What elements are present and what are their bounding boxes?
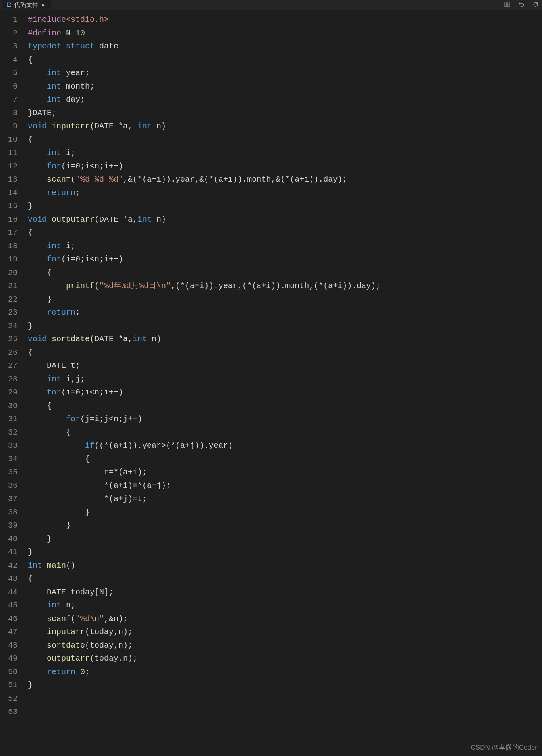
token: <stdio.h> — [66, 13, 109, 27]
code-line[interactable]: { — [28, 133, 542, 147]
code-editor[interactable]: 1234567891011121314151617181920212223242… — [0, 13, 542, 719]
code-line[interactable]: int main() — [28, 559, 542, 572]
code-line[interactable]: for(i=0;i<n;i++) — [28, 160, 542, 173]
code-line[interactable]: { — [28, 346, 542, 360]
token: month; — [61, 80, 95, 93]
code-line[interactable]: int i; — [28, 146, 542, 160]
code-line[interactable]: int i; — [28, 240, 542, 253]
token — [28, 439, 85, 452]
code-line[interactable]: { — [28, 226, 542, 240]
code-line[interactable]: } — [28, 319, 542, 333]
code-line[interactable]: DATE t; — [28, 359, 542, 373]
code-line[interactable]: scanf("%d %d %d",&(*(a+i)).year,&(*(a+i)… — [28, 173, 542, 186]
line-number: 36 — [0, 479, 17, 493]
code-line[interactable]: outputarr(today,n); — [28, 652, 542, 665]
code-line[interactable]: if((*(a+i)).year>(*(a+j)).year) — [28, 439, 542, 452]
code-line[interactable]: for(i=0;i<n;i++) — [28, 386, 542, 399]
line-number: 14 — [0, 186, 17, 200]
token: n) — [152, 120, 166, 133]
code-line[interactable]: sortdate(today,n); — [28, 639, 542, 652]
token: { — [28, 572, 33, 586]
token: } — [28, 319, 33, 333]
token: \n — [90, 612, 99, 626]
token: DATE t; — [28, 359, 80, 373]
token: inputarr — [47, 625, 85, 639]
token: #include — [28, 13, 66, 27]
code-area[interactable]: #include<stdio.h>#define N 10typedef str… — [28, 13, 542, 719]
token — [28, 599, 47, 612]
code-line[interactable]: scanf("%d\n",&n); — [28, 612, 542, 626]
line-number: 22 — [0, 293, 17, 306]
code-line[interactable]: } — [28, 532, 542, 546]
code-line[interactable]: } — [28, 519, 542, 532]
code-line[interactable]: } — [28, 199, 542, 213]
token: DATE today[N]; — [28, 586, 114, 599]
code-line[interactable]: #include<stdio.h> — [28, 13, 542, 27]
token: 10 — [75, 27, 85, 40]
line-number: 27 — [0, 359, 17, 373]
line-number: 18 — [0, 240, 17, 253]
line-number: 4 — [0, 53, 17, 67]
code-line[interactable]: { — [28, 266, 542, 280]
code-line[interactable]: int month; — [28, 80, 542, 93]
code-line[interactable] — [28, 705, 542, 719]
editor-tab[interactable]: 代码文件 ▶ — [2, 0, 51, 9]
code-line[interactable]: t=*(a+i); — [28, 466, 542, 479]
token: void — [28, 213, 47, 226]
code-line[interactable]: void outputarr(DATE *a,int n) — [28, 213, 542, 226]
token: { — [28, 452, 90, 466]
code-line[interactable]: { — [28, 53, 542, 67]
code-line[interactable]: { — [28, 572, 542, 586]
token: *(a+j)=t; — [28, 492, 147, 506]
refresh-icon[interactable] — [532, 1, 539, 10]
code-line[interactable]: { — [28, 452, 542, 466]
code-line[interactable]: } — [28, 506, 542, 519]
code-line[interactable]: } — [28, 545, 542, 559]
line-number: 24 — [0, 319, 17, 333]
code-line[interactable]: *(a+i)=*(a+j); — [28, 479, 542, 493]
token: inputarr — [52, 120, 90, 133]
code-line[interactable]: return; — [28, 306, 542, 319]
code-line[interactable]: }DATE; — [28, 106, 542, 120]
grid-icon[interactable] — [504, 1, 510, 10]
token: (i= — [61, 386, 75, 399]
code-line[interactable]: int day; — [28, 93, 542, 106]
code-line[interactable] — [28, 692, 542, 706]
code-line[interactable]: int n; — [28, 599, 542, 612]
line-number: 6 — [0, 80, 17, 93]
code-line[interactable]: { — [28, 426, 542, 439]
code-line[interactable]: } — [28, 679, 542, 692]
code-line[interactable]: #define N 10 — [28, 27, 542, 40]
line-number: 13 — [0, 173, 17, 186]
code-line[interactable]: { — [28, 399, 542, 413]
code-line[interactable]: } — [28, 293, 542, 306]
code-line[interactable]: void sortdate(DATE *a,int n) — [28, 333, 542, 346]
code-line[interactable]: for(j=i;j<n;j++) — [28, 412, 542, 426]
code-line[interactable]: typedef struct date — [28, 40, 542, 53]
svg-rect-1 — [505, 2, 507, 4]
code-line[interactable]: inputarr(today,n); — [28, 625, 542, 639]
token — [47, 213, 52, 226]
line-number: 26 — [0, 346, 17, 360]
code-line[interactable]: *(a+j)=t; — [28, 492, 542, 506]
code-line[interactable]: return; — [28, 186, 542, 200]
code-line[interactable]: DATE today[N]; — [28, 586, 542, 599]
line-number: 52 — [0, 692, 17, 706]
undo-icon[interactable] — [518, 1, 525, 10]
line-number: 5 — [0, 66, 17, 80]
code-line[interactable]: int i,j; — [28, 373, 542, 386]
token: for — [47, 386, 61, 399]
token: } — [28, 199, 33, 213]
code-line[interactable]: for(i=0;i<n;i++) — [28, 253, 542, 266]
token — [28, 306, 47, 319]
code-line[interactable]: int year; — [28, 66, 542, 80]
code-line[interactable]: printf("%d年%d月%d日\n",(*(a+i)).year,(*(a+… — [28, 279, 542, 293]
code-line[interactable]: return 0; — [28, 665, 542, 679]
token: { — [28, 133, 33, 147]
token: int — [137, 120, 152, 133]
code-line[interactable]: void inputarr(DATE *a, int n) — [28, 120, 542, 133]
line-number: 44 — [0, 586, 17, 599]
token: } — [28, 532, 52, 546]
token: int — [47, 80, 61, 93]
token — [28, 412, 66, 426]
